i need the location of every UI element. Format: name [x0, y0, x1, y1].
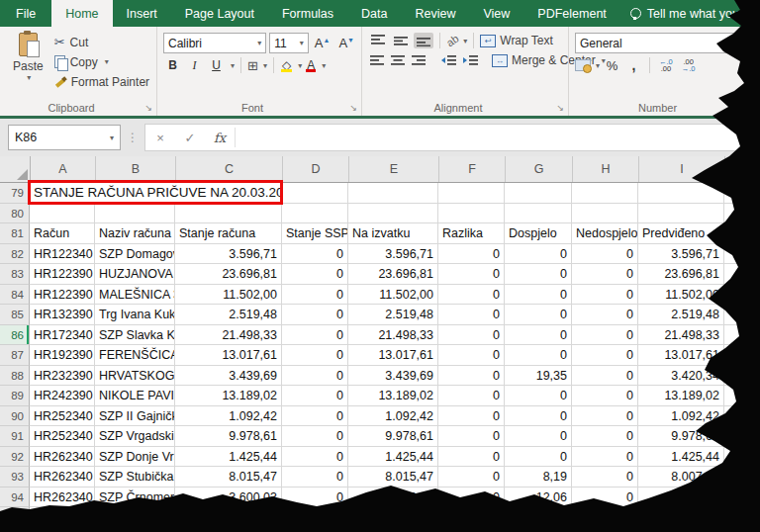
enter-button[interactable]: ✓ [175, 131, 205, 145]
cell-J85[interactable] [724, 305, 760, 325]
tab-file[interactable]: File [0, 0, 51, 27]
cell-G82[interactable]: 0 [505, 244, 572, 265]
cell-D94[interactable]: 0 [282, 488, 348, 508]
tell-me-box[interactable]: Tell me what you wan [620, 0, 760, 27]
row-header-85[interactable]: 85 [0, 305, 30, 325]
title-cell[interactable]: STANJE RAČUNA PRIČUVE NA 20.03.2023 [30, 183, 282, 204]
cell-H83[interactable]: 0 [572, 264, 638, 285]
tab-review[interactable]: Review [401, 0, 469, 27]
cell-D88[interactable]: 0 [282, 366, 348, 387]
cell-B87[interactable]: FERENŠČICA - [95, 345, 175, 366]
column-header-F[interactable]: F [439, 156, 506, 182]
cell-B81[interactable]: Naziv računa [95, 223, 175, 244]
column-header-E[interactable]: E [349, 156, 439, 182]
row-header-79[interactable]: 79 [0, 183, 30, 204]
cell-I82[interactable]: 3.596,71 [638, 244, 724, 265]
cell-H88[interactable]: 0 [572, 366, 638, 387]
cell-A87[interactable]: HR192390 [30, 345, 95, 366]
cell-C88[interactable]: 3.439,69 [175, 366, 282, 387]
cell-F87[interactable]: 0 [438, 345, 505, 366]
cell-F88[interactable]: 0 [438, 366, 505, 387]
tab-insert[interactable]: Insert [113, 0, 171, 27]
cell-H95[interactable]: 0 [572, 507, 638, 528]
cell-G79[interactable] [505, 183, 572, 204]
fill-color-button[interactable]: ◇ [280, 58, 293, 72]
cell-I92[interactable]: 1.425,44 [638, 447, 724, 468]
cell-A82[interactable]: HR122340 [30, 244, 95, 265]
cell-I80[interactable] [638, 204, 724, 224]
cell-H81[interactable]: Nedospjelo [572, 223, 638, 244]
decrease-font-size-button[interactable]: A▼ [335, 36, 357, 50]
cell-J80[interactable] [724, 204, 760, 224]
cell-C92[interactable]: 1.425,44 [175, 447, 282, 468]
column-header-G[interactable]: G [506, 156, 573, 182]
row-header-82[interactable]: 82 [0, 244, 30, 265]
row-header-80[interactable]: 80 [0, 204, 30, 224]
cell-E87[interactable]: 13.017,61 [348, 345, 438, 366]
tab-view[interactable]: View [469, 0, 523, 27]
cell-D86[interactable]: 0 [282, 325, 348, 346]
cell-D79[interactable] [282, 183, 348, 204]
cell-J81[interactable] [724, 223, 760, 244]
cell-A94[interactable]: HR262340 [30, 488, 95, 508]
cell-I86[interactable]: 21.498,33 [638, 325, 724, 346]
cut-button[interactable]: ✂ Cut [54, 34, 149, 50]
cell-H86[interactable]: 0 [572, 325, 638, 346]
row-header-90[interactable]: 90 [0, 406, 30, 427]
cell-F83[interactable]: 0 [438, 264, 505, 285]
cell-C90[interactable]: 1.092,42 [175, 406, 282, 427]
cell-I90[interactable]: 1.092,42 [638, 406, 724, 427]
cell-C83[interactable]: 23.696,81 [175, 264, 282, 285]
decrease-indent-button[interactable] [439, 52, 458, 68]
cell-H84[interactable]: 0 [572, 285, 638, 306]
cell-H94[interactable]: 0 [572, 488, 638, 508]
increase-indent-button[interactable] [461, 52, 480, 68]
cell-A89[interactable]: HR242390 [30, 386, 95, 406]
cell-B90[interactable]: SZP II Gajničk [95, 406, 175, 427]
cell-I88[interactable]: 3.420,34 [638, 366, 724, 387]
cell-H87[interactable]: 0 [572, 345, 638, 366]
cell-G80[interactable] [505, 204, 572, 224]
cell-D85[interactable]: 0 [282, 305, 348, 325]
font-dialog-launcher-icon[interactable]: ↘ [349, 103, 357, 113]
cell-C81[interactable]: Stanje računa [175, 223, 282, 244]
cell-I79[interactable] [638, 183, 724, 204]
row-header-95[interactable]: 95 [0, 507, 30, 528]
cell-D92[interactable]: 0 [282, 447, 348, 468]
cell-D90[interactable]: 0 [282, 406, 348, 427]
tab-page-layout[interactable]: Page Layout [171, 0, 268, 27]
cell-H80[interactable] [572, 204, 638, 224]
format-painter-button[interactable]: Format Painter [54, 73, 149, 90]
cell-B84[interactable]: MALEŠNICA 3 [95, 285, 175, 306]
column-header-J[interactable]: J [725, 156, 760, 182]
bottom-align-button[interactable] [414, 33, 433, 48]
orientation-dropdown-icon[interactable]: ▾ [463, 37, 467, 45]
cell-C85[interactable]: 2.519,48 [175, 305, 282, 325]
cell-A90[interactable]: HR252340 [30, 406, 95, 427]
cell-F94[interactable]: 0 [438, 488, 505, 508]
font-size-combo[interactable]: 11▾ [269, 33, 309, 53]
cell-F90[interactable]: 0 [438, 406, 505, 427]
cell-H90[interactable]: 0 [572, 406, 638, 427]
cell-J86[interactable] [724, 325, 760, 346]
font-color-button[interactable]: A [305, 58, 317, 72]
cell-F92[interactable]: 0 [438, 447, 505, 468]
cell-F91[interactable]: 0 [438, 426, 505, 447]
cell-D80[interactable] [282, 204, 348, 224]
cell-A91[interactable]: HR252340 [30, 426, 95, 447]
cell-F85[interactable]: 0 [438, 305, 505, 325]
cell-A86[interactable]: HR172340 [30, 325, 95, 346]
cell-E91[interactable]: 9.978,61 [348, 426, 438, 447]
accounting-dropdown-icon[interactable]: ▾ [596, 61, 600, 70]
cell-C86[interactable]: 21.498,33 [175, 325, 282, 346]
row-header-91[interactable]: 91 [0, 426, 30, 447]
column-header-I[interactable]: I [639, 156, 725, 182]
cell-E92[interactable]: 1.425,44 [348, 447, 438, 468]
increase-decimal-button[interactable]: ←.0 .00 [656, 58, 676, 73]
column-header-B[interactable]: B [96, 156, 176, 182]
cell-G85[interactable]: 0 [505, 305, 572, 325]
cell-B93[interactable]: SZP Stubička [95, 467, 175, 488]
cell-E86[interactable]: 21.498,33 [348, 325, 438, 346]
row-header-88[interactable]: 88 [0, 366, 30, 387]
cancel-button[interactable]: × [145, 131, 175, 145]
